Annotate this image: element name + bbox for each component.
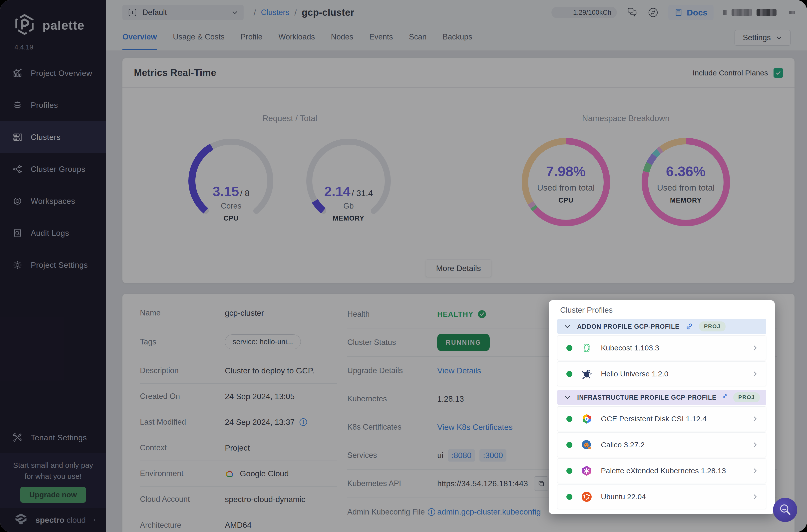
cluster-profiles-title: Cluster Profiles [560,306,766,315]
profile-item-name: Hello Universe 1.2.0 [601,370,743,378]
link-icon [686,323,693,330]
status-dot-green [566,442,573,448]
proj-badge: PROJ [733,392,760,402]
profile-item-name: Calico 3.27.2 [601,441,743,449]
profile-item-name: Kubecost 1.103.3 [601,344,743,352]
kubecost-icon [581,342,593,354]
chevron-right-icon [752,493,758,500]
profile-section-addon[interactable]: ADDON PROFILE GCP-PROFILE PROJ [557,319,766,334]
status-dot-green [566,345,573,351]
chevron-down-icon [564,394,571,401]
chevron-right-icon [752,467,758,474]
profile-item-calico[interactable]: Calico 3.27.2 [557,432,766,457]
profile-item-ubuntu[interactable]: Ubuntu 22.04 [557,484,766,509]
profile-item-pxk[interactable]: Palette eXtended Kubernetes 1.28.13 [557,458,766,483]
chevron-right-icon [752,441,758,448]
pxk-icon [581,465,593,477]
status-dot-green [566,468,573,474]
chevron-right-icon [752,415,758,422]
gce-disk-icon [581,413,593,424]
app-window: palette 4.4.19 Project Overview [0,0,807,532]
calico-icon [581,439,593,451]
profile-item-name: Ubuntu 22.04 [601,493,743,501]
hello-universe-icon [581,368,593,380]
chevron-right-icon [752,370,758,377]
status-dot-green [566,371,573,377]
proj-badge: PROJ [699,321,726,331]
status-dot-green [566,416,573,422]
profile-section-infrastructure[interactable]: INFRASTRUCTURE PROFILE GCP-PROFILE PROJ [557,390,766,405]
profile-item-name: GCE Persistent Disk CSI 1.12.4 [601,415,743,423]
link-icon [722,394,727,401]
profile-item-kubecost[interactable]: Kubecost 1.103.3 [557,336,766,360]
chevron-right-icon [752,344,758,352]
ubuntu-icon [581,491,593,502]
chevron-down-icon [564,323,571,330]
search-assistant-fab[interactable] [773,498,797,522]
profile-section-name: INFRASTRUCTURE PROFILE GCP-PROFILE [577,394,716,401]
search-smile-icon [778,503,792,517]
status-dot-green [566,494,573,500]
profile-item-name: Palette eXtended Kubernetes 1.28.13 [601,467,743,475]
profile-item-hello-universe[interactable]: Hello Universe 1.2.0 [557,361,766,386]
cluster-profiles-panel: Cluster Profiles ADDON PROFILE GCP-PROFI… [549,300,775,514]
profile-section-name: ADDON PROFILE GCP-PROFILE [577,323,680,330]
profile-item-gce-disk[interactable]: GCE Persistent Disk CSI 1.12.4 [557,406,766,431]
